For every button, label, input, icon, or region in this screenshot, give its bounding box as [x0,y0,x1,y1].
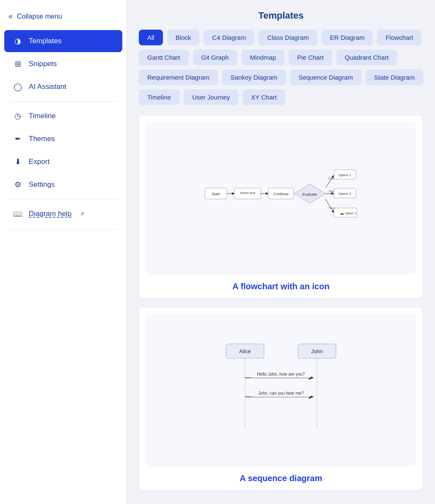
filter-btn-all[interactable]: All [139,30,163,45]
svg-text:John: John [311,348,323,354]
svg-text:Alice: Alice [239,348,251,354]
sidebar-item-label-export: Export [29,158,50,166]
collapse-label: Collapse menu [17,13,62,20]
sidebar-item-ai-assistant[interactable]: ◯AI Assistant [4,76,122,98]
export-icon: ⬇ [13,157,23,167]
svg-text:Two: Two [328,190,334,193]
filter-btn-user-journey[interactable]: User Journey [184,89,238,105]
divider-before-diagram-help [8,199,118,199]
filter-btn-er-diagram[interactable]: ER Diagram [322,30,373,45]
filter-btn-class-diagram[interactable]: Class Diagram [259,30,317,45]
filter-btn-git-graph[interactable]: Git Graph [193,50,237,65]
svg-text:Evaluate: Evaluate [302,192,317,197]
template-card-flowchart: Start Some text Continue [139,115,423,299]
collapse-icon: « [8,12,13,21]
sidebar-item-label-ai-assistant: AI Assistant [29,83,66,91]
filter-btn-gantt-chart[interactable]: Gantt Chart [139,50,189,65]
settings-icon: ⚙ [13,180,23,190]
svg-text:John, can you hear me?: John, can you hear me? [258,391,304,396]
card-preview-flowchart: Start Some text Continue [146,122,416,275]
sidebar-item-templates[interactable]: ◑Templates [4,30,122,52]
sidebar-item-export[interactable]: ⬇Export [4,151,122,173]
svg-text:Option 1: Option 1 [339,173,352,177]
filter-btn-sankey-diagram[interactable]: Sankey Diagram [222,69,286,85]
sidebar-item-snippets[interactable]: ⊞Snippets [4,53,122,75]
diagram-help-icon: 📖 [13,209,23,219]
sidebar-item-diagram-help[interactable]: 📖Diagram help↗ [4,203,122,225]
cards-container: Start Some text Continue [139,115,423,490]
filter-btn-quadrant-chart[interactable]: Quadrant Chart [336,50,397,65]
svg-text:Some text: Some text [240,191,256,195]
filter-btn-pie-chart[interactable]: Pie Chart [289,50,332,65]
svg-text:Continue: Continue [273,192,289,196]
filter-btn-sequence-diagram[interactable]: Sequence Diagram [290,69,361,85]
themes-icon: ✒ [13,134,23,144]
page-title: Templates [139,10,423,21]
sidebar-item-label-snippets: Snippets [29,60,57,68]
filter-btn-xy-chart[interactable]: XY Chart [242,89,285,105]
svg-text:Option 2: Option 2 [339,192,352,196]
snippets-icon: ⊞ [13,59,23,69]
collapse-menu-button[interactable]: « Collapse menu [0,7,127,26]
sidebar-item-label-settings: Settings [29,180,55,189]
svg-text:One: One [328,177,334,180]
external-link-icon: ↗ [80,211,84,217]
flowchart-svg: Start Some text Continue [201,135,361,262]
svg-text:Start: Start [212,192,220,196]
card-title-sequence: A sequence diagram [146,474,416,483]
sidebar-item-settings[interactable]: ⚙Settings [4,174,122,196]
sidebar-item-label-templates: Templates [29,37,61,45]
nav-items: ◑Templates⊞Snippets◯AI Assistant◷Timelin… [0,29,127,226]
sidebar-item-label-diagram-help: Diagram help [29,210,72,218]
card-title-flowchart: A flowchart with an icon [146,282,416,291]
filter-btn-timeline[interactable]: Timeline [139,89,179,105]
filter-btn-c4-diagram[interactable]: C4 Diagram [204,30,254,45]
filter-btn-requirement-diagram[interactable]: Requirement Diagram [139,69,218,85]
sidebar-item-themes[interactable]: ✒Themes [4,128,122,150]
timeline-icon: ◷ [13,111,23,121]
filter-grid: AllBlockC4 DiagramClass DiagramER Diagra… [139,30,423,105]
templates-icon: ◑ [13,36,23,46]
filter-btn-flowchart[interactable]: Flowchart [377,30,421,45]
divider-before-timeline [8,101,118,102]
sidebar-item-label-timeline: Timeline [29,112,56,120]
filter-btn-mindmap[interactable]: Mindmap [242,50,285,65]
template-card-sequence: Alice John Hello John, how are you? [139,307,423,490]
filter-btn-state-diagram[interactable]: State Diagram [366,69,423,85]
svg-text:🚗 Option 3: 🚗 Option 3 [340,211,356,215]
sidebar-item-timeline[interactable]: ◷Timeline [4,105,122,127]
svg-text:Hello John, how are you?: Hello John, how are you? [257,372,305,377]
card-preview-sequence: Alice John Hello John, how are you? [146,314,416,467]
sequence-svg: Alice John Hello John, how are you? [201,335,361,446]
sidebar-item-label-themes: Themes [29,135,55,143]
filter-btn-block[interactable]: Block [167,30,200,45]
divider-1 [8,229,118,230]
sidebar: « Collapse menu ◑Templates⊞Snippets◯AI A… [0,0,127,504]
ai-assistant-icon: ◯ [13,82,23,92]
main-content: Templates AllBlockC4 DiagramClass Diagra… [127,0,435,504]
